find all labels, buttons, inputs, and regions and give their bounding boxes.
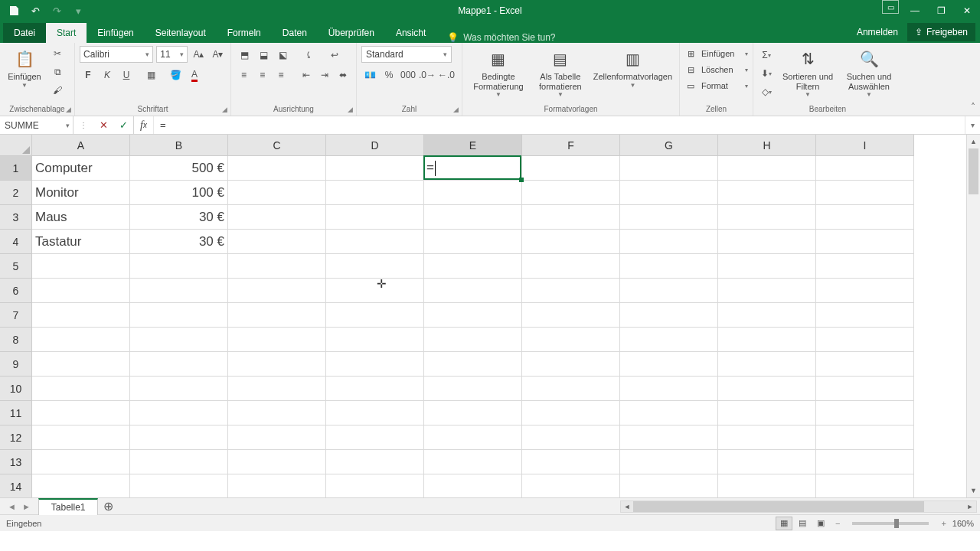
borders-icon[interactable]: ▦ bbox=[142, 67, 159, 83]
cell[interactable] bbox=[228, 401, 326, 425]
row-header[interactable]: 9 bbox=[0, 352, 32, 377]
cell[interactable] bbox=[816, 474, 914, 497]
cell[interactable] bbox=[130, 377, 228, 401]
cell[interactable] bbox=[620, 303, 718, 328]
cell[interactable] bbox=[130, 328, 228, 352]
cell[interactable] bbox=[424, 401, 522, 425]
orientation-icon[interactable]: ⤹ bbox=[300, 47, 317, 63]
paste-button[interactable]: 📋 Einfügen ▼ bbox=[5, 46, 44, 89]
cell[interactable] bbox=[718, 254, 816, 279]
cell[interactable] bbox=[424, 181, 522, 205]
cell[interactable] bbox=[522, 156, 620, 181]
cell[interactable]: 30 € bbox=[130, 230, 228, 254]
cell[interactable]: Computer bbox=[32, 156, 130, 181]
cell[interactable] bbox=[522, 352, 620, 377]
view-page-layout-icon[interactable]: ▤ bbox=[794, 517, 811, 530]
cell[interactable] bbox=[718, 352, 816, 377]
cell[interactable] bbox=[718, 303, 816, 328]
row-header[interactable]: 11 bbox=[0, 401, 32, 425]
cell[interactable] bbox=[522, 328, 620, 352]
column-header[interactable]: G bbox=[620, 135, 718, 156]
redo-icon[interactable]: ↷ bbox=[47, 2, 66, 19]
qat-customize-icon[interactable]: ▾ bbox=[69, 2, 87, 19]
tab-review[interactable]: Überprüfen bbox=[318, 23, 385, 43]
cell[interactable] bbox=[32, 450, 130, 474]
cell[interactable] bbox=[816, 303, 914, 328]
decrease-decimal-icon[interactable]: ←.0 bbox=[438, 67, 455, 83]
cell[interactable] bbox=[522, 377, 620, 401]
cell[interactable] bbox=[228, 230, 326, 254]
font-name-select[interactable]: Calibri▾ bbox=[80, 46, 153, 63]
cell[interactable] bbox=[620, 474, 718, 497]
cell[interactable] bbox=[228, 156, 326, 181]
cell[interactable]: Tastatur bbox=[32, 230, 130, 254]
row-header[interactable]: 6 bbox=[0, 279, 32, 303]
percent-format-icon[interactable]: % bbox=[381, 67, 397, 83]
align-left-icon[interactable]: ≡ bbox=[236, 67, 252, 83]
number-dialog-launcher[interactable]: ◢ bbox=[451, 105, 460, 114]
cell[interactable] bbox=[228, 328, 326, 352]
cell[interactable] bbox=[228, 205, 326, 230]
vertical-scrollbar[interactable]: ▲ ▼ bbox=[966, 135, 980, 497]
cell[interactable] bbox=[326, 230, 424, 254]
save-icon[interactable] bbox=[5, 2, 23, 19]
cell[interactable] bbox=[326, 401, 424, 425]
cell[interactable] bbox=[228, 303, 326, 328]
cell[interactable] bbox=[424, 205, 522, 230]
align-top-icon[interactable]: ⬒ bbox=[236, 47, 253, 63]
ribbon-display-options-icon[interactable]: ▭ bbox=[882, 0, 899, 14]
copy-icon[interactable]: ⧉ bbox=[49, 64, 66, 80]
cell[interactable] bbox=[32, 328, 130, 352]
cell[interactable] bbox=[130, 474, 228, 497]
cell[interactable] bbox=[816, 254, 914, 279]
cell[interactable] bbox=[326, 474, 424, 497]
cell[interactable] bbox=[130, 425, 228, 450]
column-header[interactable]: E bbox=[424, 135, 522, 156]
formula-dropdown-icon[interactable]: ⋮ bbox=[74, 121, 93, 129]
wrap-text-icon[interactable]: ↩ bbox=[326, 47, 343, 63]
cell[interactable] bbox=[326, 377, 424, 401]
cell[interactable] bbox=[718, 230, 816, 254]
cell[interactable] bbox=[424, 230, 522, 254]
font-dialog-launcher[interactable]: ◢ bbox=[220, 105, 229, 114]
cell[interactable] bbox=[228, 377, 326, 401]
row-header[interactable]: 4 bbox=[0, 230, 32, 254]
column-header[interactable]: B bbox=[130, 135, 228, 156]
select-all-corner[interactable] bbox=[0, 135, 32, 156]
tab-data[interactable]: Daten bbox=[272, 23, 318, 43]
cell[interactable] bbox=[228, 254, 326, 279]
row-header[interactable]: 7 bbox=[0, 303, 32, 328]
cell[interactable] bbox=[816, 401, 914, 425]
tab-insert[interactable]: Einfügen bbox=[87, 23, 144, 43]
tab-view[interactable]: Ansicht bbox=[385, 23, 436, 43]
align-center-icon[interactable]: ≡ bbox=[254, 67, 270, 83]
cell[interactable] bbox=[326, 279, 424, 303]
cell[interactable] bbox=[424, 425, 522, 450]
cell[interactable] bbox=[326, 205, 424, 230]
sort-filter-button[interactable]: ⇅ Sortieren und Filtern▼ bbox=[779, 46, 836, 98]
format-painter-icon[interactable]: 🖌 bbox=[49, 83, 66, 98]
cell[interactable] bbox=[718, 156, 816, 181]
cell[interactable] bbox=[718, 181, 816, 205]
cells-area[interactable]: Computer500 €Monitor100 €Maus30 €Tastatu… bbox=[32, 156, 914, 497]
cell[interactable] bbox=[228, 279, 326, 303]
tab-formulas[interactable]: Formeln bbox=[217, 23, 272, 43]
cell[interactable] bbox=[522, 205, 620, 230]
cell[interactable] bbox=[816, 230, 914, 254]
cell[interactable] bbox=[130, 450, 228, 474]
cell[interactable] bbox=[816, 352, 914, 377]
fill-icon[interactable]: ⬇ ▾ bbox=[758, 66, 775, 81]
cell[interactable] bbox=[424, 377, 522, 401]
cell[interactable] bbox=[424, 156, 522, 181]
bold-button[interactable]: F bbox=[80, 67, 96, 83]
cell[interactable] bbox=[816, 181, 914, 205]
delete-cells-button[interactable]: ⊟Löschen▾ bbox=[684, 64, 748, 76]
column-header[interactable]: H bbox=[718, 135, 816, 156]
cell[interactable] bbox=[424, 254, 522, 279]
cell[interactable] bbox=[522, 254, 620, 279]
format-as-table-button[interactable]: ▤ Als Tabelle formatieren▼ bbox=[531, 46, 590, 98]
cell[interactable] bbox=[326, 352, 424, 377]
cell[interactable] bbox=[620, 181, 718, 205]
cell[interactable] bbox=[718, 279, 816, 303]
cell[interactable] bbox=[130, 352, 228, 377]
